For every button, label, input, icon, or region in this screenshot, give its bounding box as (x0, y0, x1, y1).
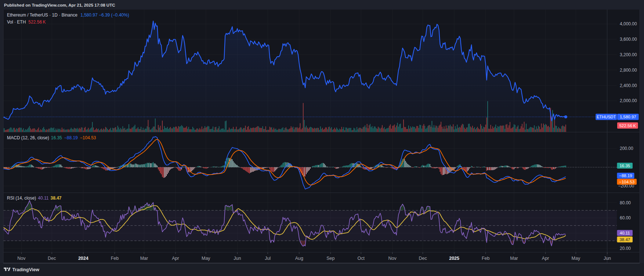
svg-text:1,580.97: 1,580.97 (620, 115, 636, 119)
svg-text:2024: 2024 (78, 256, 88, 261)
svg-text:Jul: Jul (265, 256, 271, 261)
svg-text:Published on TradingView.com,: Published on TradingView.com, Apr 21, 20… (4, 3, 115, 7)
svg-text:Jun: Jun (234, 256, 241, 261)
svg-text:−88.19: −88.19 (619, 173, 632, 178)
svg-text:Ethereum / TetherUS · 1D · Bin: Ethereum / TetherUS · 1D · Binance1,580.… (7, 12, 129, 18)
svg-text:Nov: Nov (388, 256, 397, 261)
svg-text:2,000.00: 2,000.00 (620, 98, 637, 103)
svg-text:May: May (572, 256, 580, 261)
svg-text:Apr: Apr (172, 256, 179, 261)
svg-text:3,200.00: 3,200.00 (620, 52, 637, 57)
svg-text:Aug: Aug (295, 256, 303, 261)
svg-text:ETHUSDT: ETHUSDT (597, 115, 616, 119)
svg-text:80.00: 80.00 (620, 200, 631, 205)
svg-text:−104.53: −104.53 (619, 180, 634, 184)
svg-text:522.56 K: 522.56 K (619, 123, 636, 128)
svg-text:Dec: Dec (48, 256, 56, 261)
svg-text:Jun: Jun (604, 256, 611, 261)
svg-text:Oct: Oct (357, 256, 365, 261)
svg-text:Sep: Sep (326, 256, 334, 261)
svg-text:Apr: Apr (542, 256, 549, 261)
svg-text:RSI (14, close)40.1138.47: RSI (14, close)40.1138.47 (7, 196, 62, 201)
svg-text:MACD (12, 26, close)16.35−88.1: MACD (12, 26, close)16.35−88.19−104.53 (7, 135, 96, 140)
svg-text:Nov: Nov (17, 256, 26, 261)
svg-text:60.00: 60.00 (620, 215, 631, 221)
svg-text:38.47: 38.47 (619, 237, 630, 242)
svg-text:Mar: Mar (510, 256, 518, 261)
svg-text:16.35: 16.35 (619, 164, 630, 168)
svg-text:Feb: Feb (482, 256, 490, 261)
svg-text:Dec: Dec (419, 256, 427, 261)
svg-text:200.00: 200.00 (620, 146, 633, 151)
svg-text:TradingView: TradingView (12, 267, 40, 272)
svg-text:4,000.00: 4,000.00 (620, 21, 637, 26)
svg-text:3,600.00: 3,600.00 (620, 37, 637, 42)
svg-text:May: May (202, 256, 210, 261)
svg-text:Mar: Mar (140, 256, 148, 261)
svg-text:40.11: 40.11 (620, 231, 630, 235)
svg-text:Feb: Feb (111, 256, 119, 261)
svg-text:2025: 2025 (449, 256, 459, 261)
svg-text:20.00: 20.00 (620, 246, 631, 251)
svg-text:2,800.00: 2,800.00 (620, 68, 637, 73)
svg-text:2,400.00: 2,400.00 (620, 83, 637, 88)
